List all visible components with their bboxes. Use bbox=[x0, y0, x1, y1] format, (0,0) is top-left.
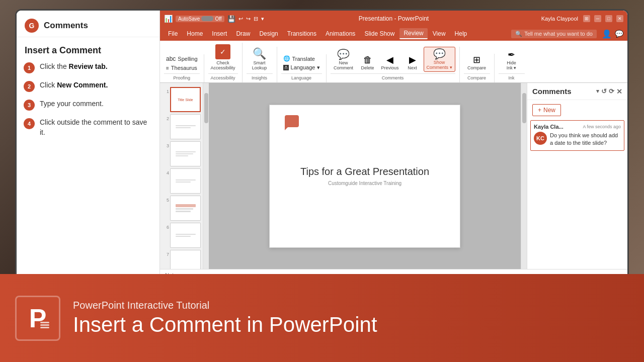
slide-thumbnail-5[interactable] bbox=[170, 196, 201, 221]
slide-thumb-row-6: 6 bbox=[162, 223, 201, 248]
thumbnail-scrollbar[interactable] bbox=[203, 83, 209, 269]
main-scrollbar[interactable] bbox=[521, 83, 527, 269]
share-icon[interactable]: 👤 bbox=[602, 29, 612, 39]
translate-button[interactable]: 🌐 Translate bbox=[281, 54, 322, 63]
slide-num-3: 3 bbox=[162, 141, 169, 148]
slide-num-2: 2 bbox=[162, 114, 169, 121]
translate-label: Translate bbox=[292, 56, 315, 62]
slide-thumbnail-4[interactable] bbox=[170, 168, 201, 194]
smart-lookup-icon: 🔍 bbox=[253, 48, 266, 59]
customize-icon[interactable]: ⊟ bbox=[254, 16, 258, 22]
check-accessibility-button[interactable]: ✓ CheckAccessibility bbox=[208, 43, 238, 72]
slide-num-1: 1 bbox=[162, 87, 169, 94]
accessibility-buttons: ✓ CheckAccessibility bbox=[208, 43, 238, 72]
language-button[interactable]: 🅰 Language ▾ bbox=[281, 63, 322, 72]
step-list: 1 Click the Review tab. 2 Click New Comm… bbox=[17, 62, 159, 137]
menu-home[interactable]: Home bbox=[183, 29, 207, 39]
translate-icon: 🌐 bbox=[283, 55, 290, 62]
ribbon-group-insights: 🔍 SmartLookup Insights bbox=[243, 47, 277, 82]
comments-panel-refresh-icon[interactable]: ↺ bbox=[601, 87, 607, 95]
menu-review[interactable]: Review bbox=[399, 28, 427, 39]
step-text-1: Click the Review tab. bbox=[40, 62, 108, 72]
customguide-logo: G bbox=[25, 19, 39, 33]
slide-thumb-row-5: 5 bbox=[162, 196, 201, 221]
undo-icon[interactable]: ↩ bbox=[238, 16, 243, 22]
window-title: Presentation - PowerPoint bbox=[359, 15, 429, 22]
spelling-icon: abc bbox=[166, 55, 176, 62]
more-icon[interactable]: ▾ bbox=[261, 16, 264, 22]
ink-group-label: Ink bbox=[499, 73, 525, 80]
menu-insert[interactable]: Insert bbox=[208, 29, 231, 39]
thesaurus-button[interactable]: ≡ Thesaurus bbox=[164, 64, 200, 72]
autosave-toggle[interactable]: AutoSave Off bbox=[176, 16, 224, 22]
autosave-state: Off bbox=[215, 16, 221, 22]
new-comment-panel-button[interactable]: + New bbox=[532, 104, 561, 116]
compare-icon: ⊞ bbox=[473, 55, 480, 64]
delete-icon: 🗑 bbox=[363, 55, 372, 64]
user-name: Kayla Claypool bbox=[541, 16, 578, 22]
menu-view[interactable]: View bbox=[429, 29, 450, 39]
pp-window: 📊 AutoSave Off 💾 ↩ ↪ ⊟ ▾ Presentation - … bbox=[160, 11, 627, 280]
slide-num-6: 6 bbox=[162, 223, 169, 230]
slide-thumbnail-2[interactable] bbox=[170, 114, 201, 139]
delete-button[interactable]: 🗑 Delete bbox=[358, 54, 378, 72]
menu-transitions[interactable]: Transitions bbox=[283, 29, 320, 39]
comment-meta: Kayla Cla... A few seconds ago bbox=[534, 124, 621, 130]
comment-text: Do you think we should add a date to the… bbox=[550, 132, 621, 147]
menu-animations[interactable]: Animations bbox=[321, 29, 359, 39]
menu-design[interactable]: Design bbox=[255, 29, 282, 39]
tutorial-text-block: PowerPoint Interactive Tutorial Insert a… bbox=[73, 300, 629, 336]
slide-thumb-row-7: 7 bbox=[162, 250, 201, 269]
slide-thumbnails-panel[interactable]: 1 Title Slide 2 bbox=[160, 83, 203, 269]
previous-button[interactable]: ◀ Previous bbox=[379, 54, 401, 72]
step-text-3: Type your comment. bbox=[40, 99, 104, 109]
next-button[interactable]: ▶ Next bbox=[403, 54, 423, 72]
pp-icon: 📊 bbox=[164, 15, 173, 23]
comment-avatar: KC bbox=[534, 132, 547, 145]
step-text-4: Click outside the comment to save it. bbox=[40, 118, 152, 137]
comment-icon[interactable]: 💬 bbox=[615, 30, 623, 38]
spelling-thesaurus-stack: abc Spelling ≡ Thesaurus bbox=[164, 54, 200, 72]
slide-thumbnail-3[interactable] bbox=[170, 141, 201, 166]
title-bar-left: 📊 AutoSave Off 💾 ↩ ↪ ⊟ ▾ bbox=[164, 15, 264, 23]
comments-panel-sync-icon[interactable]: ⟳ bbox=[609, 87, 614, 95]
comments-panel-close-icon[interactable]: ✕ bbox=[616, 87, 622, 96]
window-layout-btn[interactable]: ⊞ bbox=[583, 15, 590, 22]
new-comment-button[interactable]: 💬 NewComment bbox=[331, 48, 357, 72]
comments-panel-header: Comments ▾ ↺ ⟳ ✕ bbox=[527, 83, 627, 100]
comment-marker[interactable] bbox=[285, 115, 299, 127]
redo-icon[interactable]: ↪ bbox=[246, 16, 251, 22]
panel-header: G Comments bbox=[17, 11, 159, 37]
smart-lookup-button[interactable]: 🔍 SmartLookup bbox=[247, 47, 273, 72]
step-number-4: 4 bbox=[24, 118, 35, 129]
menu-file[interactable]: File bbox=[164, 29, 182, 39]
comments-panel-title: Comments bbox=[532, 87, 572, 96]
spelling-button[interactable]: abc Spelling bbox=[164, 54, 200, 63]
menu-draw[interactable]: Draw bbox=[232, 29, 254, 39]
close-button[interactable]: ✕ bbox=[616, 15, 623, 22]
comment-thread-1[interactable]: Kayla Cla... A few seconds ago KC Do you… bbox=[530, 120, 624, 151]
hide-ink-button[interactable]: ✒ HideInk ▾ bbox=[499, 49, 525, 72]
menu-help[interactable]: Help bbox=[451, 29, 471, 39]
main-area: 1 Title Slide 2 bbox=[160, 83, 627, 269]
minimize-button[interactable]: ─ bbox=[594, 15, 601, 22]
search-label[interactable]: Tell me what you want to do bbox=[524, 31, 593, 37]
language-group-label: Language bbox=[281, 73, 322, 80]
slide-thumbnail-1[interactable]: Title Slide bbox=[170, 87, 201, 112]
slide-thumbnail-7[interactable] bbox=[170, 250, 201, 269]
instruction-title: Insert a Comment bbox=[17, 37, 159, 62]
compare-button[interactable]: ⊞ Compare bbox=[464, 54, 490, 72]
save-icon[interactable]: 💾 bbox=[227, 15, 235, 23]
language-label: Language ▾ bbox=[291, 64, 320, 71]
show-comments-button[interactable]: 💬 ShowComments ▾ bbox=[424, 47, 455, 72]
slide-thumbnail-6[interactable] bbox=[170, 223, 201, 248]
powerpoint-logo: P bbox=[15, 296, 60, 341]
ribbon: abc Spelling ≡ Thesaurus Proofing bbox=[160, 41, 627, 83]
slide-num-7: 7 bbox=[162, 250, 169, 257]
toggle-switch[interactable] bbox=[201, 16, 213, 21]
menu-slideshow[interactable]: Slide Show bbox=[360, 29, 398, 39]
main-slide[interactable]: Tips for a Great Presentation Customguid… bbox=[269, 105, 460, 248]
maximize-button[interactable]: □ bbox=[605, 15, 612, 22]
comments-panel-expand-icon[interactable]: ▾ bbox=[596, 88, 599, 95]
menu-bar: File Home Insert Draw Design Transitions… bbox=[160, 27, 627, 41]
